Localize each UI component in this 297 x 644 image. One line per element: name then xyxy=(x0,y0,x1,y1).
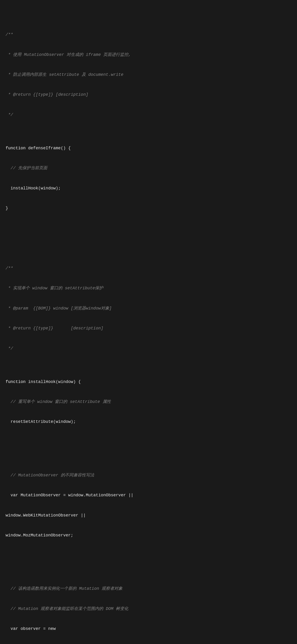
comment-line: /** xyxy=(6,31,291,38)
comment-line: * @param {[BOM]} window [浏览器window对象] xyxy=(6,305,291,312)
code-line: var observer = new xyxy=(6,626,291,632)
code-line: function defenseIframe() { xyxy=(6,145,291,152)
code-line: var MutationObserver = window.MutationOb… xyxy=(6,492,291,499)
code-container: /** * 使用 MutationObserver 对生成的 iframe 页面… xyxy=(6,5,291,644)
comment-line: */ xyxy=(6,345,291,352)
code-line: installHook(window); xyxy=(6,185,291,192)
code-line: // 重写单个 window 窗口的 setAttribute 属性 xyxy=(6,398,291,405)
code-line: } xyxy=(6,205,291,212)
comment-line: * @return {[type]} [description] xyxy=(6,325,291,332)
comment-line: * 实现单个 window 窗口的 setAttribute保护 xyxy=(6,285,291,292)
code-line: // 该构造函数用来实例化一个新的 Mutation 观察者对象 xyxy=(6,585,291,592)
comment-line: * @return {[type]} [description] xyxy=(6,91,291,98)
blank-line xyxy=(6,232,291,238)
code-line: // MutationObserver 的不同兼容性写法 xyxy=(6,472,291,479)
comment-line: * 使用 MutationObserver 对生成的 iframe 页面进行监控… xyxy=(6,52,291,58)
blank-line xyxy=(6,445,291,452)
code-line: window.MozMutationObserver; xyxy=(6,532,291,539)
blank-line xyxy=(6,559,291,566)
code-line: function installHook(window) { xyxy=(6,378,291,385)
code-line: // 先保护当前页面 xyxy=(6,165,291,172)
comment-line: /** xyxy=(6,265,291,272)
code-line: resetSetAttribute(window); xyxy=(6,418,291,425)
comment-line: */ xyxy=(6,112,291,118)
comment-line: * 防止调用内部原生 setAttribute 及 document.write xyxy=(6,72,291,78)
code-line: window.WebKitMutationObserver || xyxy=(6,512,291,519)
code-line: // Mutation 观察者对象能监听在某个范围内的 DOM 树变化 xyxy=(6,606,291,612)
